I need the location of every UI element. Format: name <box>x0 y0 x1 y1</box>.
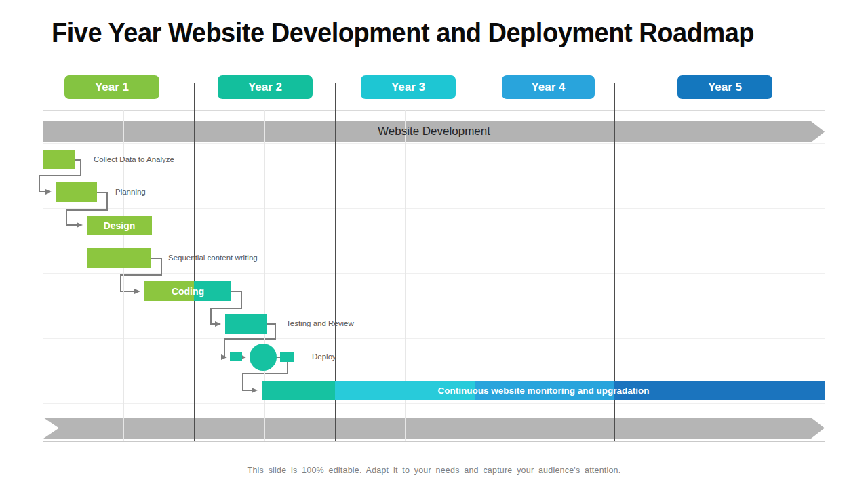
task-bar-content-writing[interactable] <box>87 248 151 268</box>
task-label-coding: Coding <box>144 281 231 301</box>
task-bar-testing-review[interactable] <box>225 314 267 334</box>
task-bar-coding[interactable]: Coding <box>144 281 231 301</box>
bottom-timeline-ribbon[interactable] <box>43 418 825 439</box>
year-header-2[interactable]: Year 2 <box>218 75 313 99</box>
task-label-content-writing: Sequential content writing <box>168 253 258 262</box>
roadmap-slide: Five Year Website Development and Deploy… <box>0 0 868 488</box>
task-bar-segment <box>43 150 75 169</box>
task-label-monitoring: Continuous website monitoring and upgrad… <box>262 381 825 400</box>
task-bar-segment <box>56 182 97 202</box>
task-label-testing-review: Testing and Review <box>286 319 354 327</box>
year-header-1[interactable]: Year 1 <box>64 75 159 99</box>
year-header-3[interactable]: Year 3 <box>361 75 456 99</box>
task-bar-design[interactable]: Design <box>87 216 152 235</box>
task-label-planning: Planning <box>115 188 146 196</box>
task-label-design: Design <box>87 216 152 235</box>
task-bar-segment <box>225 314 267 334</box>
website-development-banner-label: Website Development <box>43 125 825 138</box>
footer-note: This slide is 100% editable. Adapt it to… <box>0 466 868 475</box>
deploy-milestone-circle[interactable] <box>250 344 277 371</box>
task-label-deploy: Deploy <box>312 352 336 361</box>
shapes-layer <box>0 0 868 488</box>
year-header-5[interactable]: Year 5 <box>677 75 772 99</box>
task-bar-monitoring[interactable]: Continuous website monitoring and upgrad… <box>262 381 825 400</box>
task-bar-segment <box>87 248 151 268</box>
deploy-milestone-square-left[interactable] <box>230 352 242 361</box>
task-label-collect-data: Collect Data to Analyze <box>94 155 174 163</box>
task-bar-collect-data[interactable] <box>43 150 75 169</box>
task-bar-planning[interactable] <box>56 182 97 202</box>
year-header-4[interactable]: Year 4 <box>502 75 595 99</box>
deploy-milestone-square-right[interactable] <box>280 352 294 362</box>
